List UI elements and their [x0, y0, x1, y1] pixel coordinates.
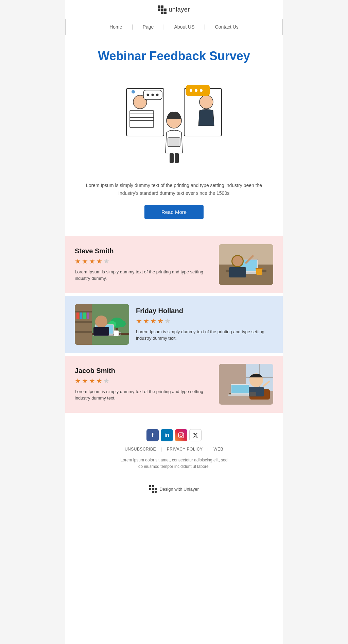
svg-rect-38: [75, 331, 92, 333]
footer-divider: [86, 477, 262, 477]
hero-section: Webinar Feedback Survey: [65, 35, 283, 229]
footer-unsubscribe[interactable]: UNSUBSCRIBE: [125, 447, 156, 452]
hero-illustration: [86, 71, 262, 173]
review-name-friday: Friday Holland: [136, 307, 273, 315]
footer-branding: Design with Unlayer: [72, 480, 276, 499]
logo-icon: [158, 5, 167, 14]
review-name-jacob: Jacob Smith: [75, 367, 212, 375]
svg-rect-62: [228, 394, 250, 396]
svg-rect-36: [75, 311, 92, 312]
footer-links: UNSUBSCRIBE | PRIVACY POLICY | WEB: [72, 447, 276, 452]
linkedin-icon[interactable]: in: [161, 429, 173, 441]
review-image-jacob: [219, 364, 273, 405]
review-card-steve: Steve Smith ★ ★ ★ ★ ★ Lorem Ipsum is sim…: [65, 236, 283, 293]
svg-rect-53: [114, 331, 119, 336]
reviews-section: Steve Smith ★ ★ ★ ★ ★ Lorem Ipsum is sim…: [65, 229, 283, 419]
svg-point-51: [95, 316, 107, 328]
review-stars-friday: ★ ★ ★ ★ ★: [136, 317, 273, 325]
svg-point-69: [182, 434, 183, 434]
header: unlayer Home | Page | About US | Contact…: [65, 0, 283, 35]
svg-point-21: [200, 89, 203, 92]
svg-rect-13: [170, 153, 174, 163]
logo-area: unlayer: [158, 5, 190, 14]
svg-rect-61: [231, 385, 249, 393]
footer-logo-icon: [149, 485, 157, 493]
svg-rect-14: [175, 153, 179, 163]
review-text-steve: Steve Smith ★ ★ ★ ★ ★ Lorem Ipsum is sim…: [75, 247, 212, 282]
svg-point-19: [190, 89, 192, 92]
nav-about[interactable]: About US: [165, 24, 204, 30]
svg-point-8: [147, 94, 149, 96]
svg-point-9: [152, 94, 154, 96]
svg-point-6: [132, 90, 135, 94]
logo-text: unlayer: [169, 6, 190, 13]
facebook-icon[interactable]: f: [146, 429, 159, 441]
review-card-friday: Friday Holland ★ ★ ★ ★ ★ Lorem Ipsum is …: [65, 296, 283, 353]
instagram-icon[interactable]: [175, 429, 187, 441]
svg-rect-35: [75, 304, 92, 345]
footer-branding-text: Design with Unlayer: [159, 487, 199, 492]
review-desc-steve: Lorem Ipsum is simply dummy text of the …: [75, 269, 212, 282]
svg-rect-52: [93, 327, 109, 336]
nav-page[interactable]: Page: [133, 24, 163, 30]
svg-point-16: [199, 95, 213, 109]
twitter-icon[interactable]: [189, 429, 202, 441]
footer-description: Lorem ipsum dolor sit amet, consectetur …: [72, 457, 276, 470]
svg-rect-37: [75, 321, 92, 323]
svg-rect-33: [256, 268, 263, 269]
svg-point-10: [156, 94, 159, 96]
review-image-friday: [75, 304, 129, 345]
svg-rect-18: [186, 85, 210, 96]
svg-rect-30: [229, 267, 246, 277]
nav-bar: Home | Page | About US | Contact Us: [65, 19, 283, 35]
svg-point-29: [232, 256, 243, 266]
svg-rect-2: [130, 111, 154, 128]
review-stars-jacob: ★ ★ ★ ★ ★: [75, 377, 212, 385]
hero-description: Lorem Ipsum is simply dummy text of the …: [86, 182, 262, 197]
footer-web[interactable]: WEB: [213, 447, 223, 452]
svg-point-20: [195, 89, 197, 92]
review-text-jacob: Jacob Smith ★ ★ ★ ★ ★ Lorem Ipsum is sim…: [75, 367, 212, 402]
svg-point-46: [118, 320, 126, 327]
svg-rect-40: [80, 312, 82, 319]
svg-rect-67: [179, 433, 184, 438]
review-text-friday: Friday Holland ★ ★ ★ ★ ★ Lorem Ipsum is …: [136, 307, 273, 342]
svg-rect-41: [83, 312, 86, 319]
svg-rect-42: [87, 312, 89, 319]
hero-title: Webinar Feedback Survey: [86, 49, 262, 63]
footer-privacy[interactable]: PRIVACY POLICY: [167, 447, 203, 452]
svg-rect-12: [168, 138, 180, 147]
nav-home[interactable]: Home: [100, 24, 132, 30]
review-card-jacob: Jacob Smith ★ ★ ★ ★ ★ Lorem Ipsum is sim…: [65, 356, 283, 413]
review-desc-friday: Lorem Ipsum is simply dummy text of the …: [136, 328, 273, 342]
review-desc-jacob: Lorem Ipsum is simply dummy text of the …: [75, 388, 212, 402]
social-icons: f in: [72, 429, 276, 441]
read-more-button[interactable]: Read More: [144, 205, 204, 219]
nav-contact[interactable]: Contact Us: [206, 24, 248, 30]
svg-rect-66: [249, 392, 256, 396]
svg-point-68: [180, 434, 182, 437]
review-image-steve: [219, 244, 273, 285]
review-name-steve: Steve Smith: [75, 247, 212, 255]
review-stars-steve: ★ ★ ★ ★ ★: [75, 257, 212, 265]
footer: f in UNSUBSCRIBE | PRIVACY POLICY | WEB: [65, 419, 283, 503]
svg-rect-39: [76, 312, 79, 319]
